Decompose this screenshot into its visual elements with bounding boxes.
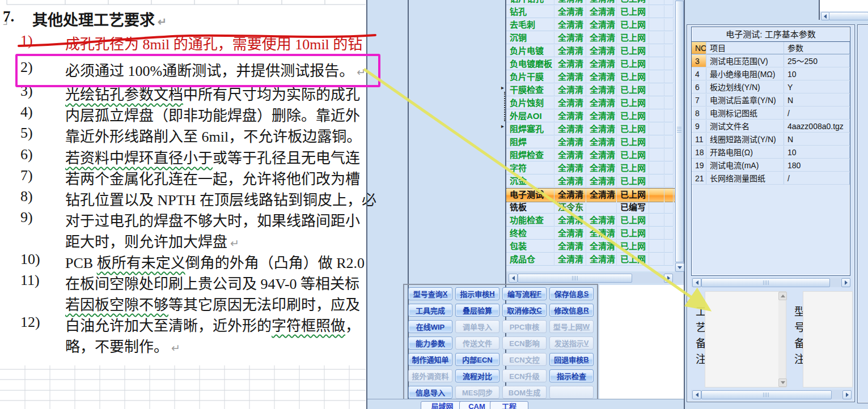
scrollbar-thumb[interactable] [518, 274, 632, 283]
button-保存信息[interactable]: 保存信息S [549, 287, 594, 300]
process-step-row[interactable]: 终检全清清全清清已上网 [506, 227, 675, 240]
parameter-row[interactable]: 6板边划线(Y/N)Y [692, 81, 850, 94]
upper-horizontal-scrollbar[interactable] [820, 11, 868, 20]
parameter-row[interactable]: 11线圈短路测试(Y/N)N [692, 133, 850, 146]
scrollbar-thumb[interactable] [675, 1, 684, 262]
tab-局域网[interactable]: 局域网 [421, 401, 464, 409]
parameter-header-cell: 参数 [784, 42, 850, 54]
scroll-up-button[interactable] [778, 292, 787, 300]
button-取消修改[interactable]: 取消修改C [502, 304, 547, 317]
button-型号查询[interactable]: 型号查询X [408, 287, 452, 300]
tab-CAM[interactable]: CAM [459, 401, 494, 409]
process-step-cell: 全清清 [586, 97, 617, 109]
process-step-cell [649, 227, 664, 240]
process-step-row[interactable]: 铝片钻孔全清清全清清已上网 [506, 0, 675, 6]
process-step-cell: 全清清 [554, 45, 586, 57]
process-step-row[interactable]: 负电镀磨板全清清全清清已上网 [506, 58, 675, 71]
upper-panel-corner [820, 0, 868, 11]
remarks-horizontal-scrollbar[interactable] [691, 390, 852, 399]
parameter-row[interactable]: 4最小绝缘电阻(MΩ)10 [692, 68, 850, 81]
scroll-down-button[interactable] [778, 378, 787, 387]
parameter-row[interactable]: 3测试电压范围(V)25～250 [692, 55, 850, 68]
button-能力参数[interactable]: 能力参数 [408, 336, 452, 350]
parameter-row[interactable]: 7电测试后盖章(Y/N)N [692, 94, 850, 107]
process-step-row[interactable]: 负片干膜全清清全清清已上网 [506, 71, 675, 84]
scroll-left-button[interactable] [692, 390, 701, 399]
process-step-row[interactable]: 字符全清清全清清已上网 [506, 162, 675, 175]
process-vertical-scrollbar[interactable] [675, 0, 684, 272]
parameter-item: 板边划线(Y/N) [706, 81, 784, 93]
scroll-right-button[interactable] [842, 390, 852, 399]
button-工具完成[interactable]: 工具完成 [408, 304, 452, 317]
scroll-left-button[interactable] [821, 12, 829, 20]
scrollbar-thumb[interactable] [701, 278, 830, 287]
process-step-cell [649, 253, 664, 266]
button-内部ECN[interactable]: 内部ECN [455, 353, 499, 366]
process-step-row[interactable]: 外层AOI全清清全清清已上网 [506, 110, 675, 123]
parameter-no: 7 [692, 94, 706, 106]
doc-item-text: 若两个金属化孔连在一起，允许将他们改为槽 [65, 167, 360, 188]
button-修改信息[interactable]: 修改信息R [549, 304, 594, 317]
process-step-cell [649, 149, 664, 161]
button-流程对比[interactable]: 流程对比 [455, 369, 499, 382]
process-step-row[interactable]: 干膜检查全清清全清清已上网 [506, 84, 675, 97]
model-remark-textarea[interactable] [803, 291, 853, 387]
parameter-row[interactable]: 18开路电阻(Ω)10 [692, 146, 850, 159]
process-remark-textarea[interactable] [705, 291, 786, 387]
button-制作通知单[interactable]: 制作通知单 [408, 353, 452, 366]
process-step-row[interactable]: 包装全清清全清清已上网 [506, 240, 675, 253]
scrollbar-thumb[interactable] [701, 390, 832, 399]
button-指示检查[interactable]: 指示检查 [549, 369, 594, 382]
process-step-row[interactable]: 阻焊全清清全清清已上网 [506, 136, 675, 149]
scroll-left-button[interactable] [692, 278, 701, 287]
button-叠层验算[interactable]: 叠层验算 [455, 304, 499, 317]
parameter-horizontal-scrollbar[interactable] [691, 278, 850, 287]
button-编写流程[interactable]: 编写流程F [502, 287, 547, 300]
button-信息导入[interactable]: 信息导入 [408, 386, 452, 399]
splitter-arrow-icon[interactable]: ▸ [501, 123, 504, 129]
parameter-row[interactable]: 8电测标记图纸/ [692, 107, 850, 120]
process-step-cell [664, 136, 674, 148]
parameter-no: 3 [692, 55, 706, 67]
button-在线WIP[interactable]: 在线WIP [408, 320, 452, 333]
process-step-row[interactable]: 去毛刺全清清全清清已上网 [506, 19, 675, 32]
button-回退审核[interactable]: 回退审核B [549, 353, 594, 366]
scroll-right-button[interactable] [841, 278, 850, 287]
button-指示审核[interactable]: 指示审核H [455, 287, 499, 300]
doc-heading: 7. 其他处理工艺要求↵ [0, 8, 374, 28]
process-horizontal-scrollbar[interactable] [506, 272, 684, 283]
process-step-row[interactable]: 功能检查全清清全清清已上网 [506, 214, 675, 227]
scroll-right-button[interactable] [664, 274, 673, 283]
process-step-row[interactable]: 沉铜全清清全清清已上网 [506, 32, 675, 45]
process-step-row[interactable]: 阻焊检查全清清全清清已上网 [506, 149, 675, 162]
scrollbar-thumb[interactable] [829, 12, 868, 20]
process-step-row[interactable]: 负片蚀刻全清清全清清已上网 [506, 97, 675, 110]
doc-list-item: 若因板空隙不够等其它原因无法印刷时，应及 [0, 293, 374, 313]
doc-item-number: 9) [20, 209, 33, 226]
parameter-item: 电测试后盖章(Y/N) [706, 94, 784, 106]
doc-item-text: 若因板空隙不够等其它原因无法印刷时，应及 [65, 293, 360, 314]
process-step-row[interactable]: 负片电镀全清清全清清已上网 [506, 45, 675, 58]
memo-vertical-scrollbar[interactable] [778, 292, 786, 387]
process-step-row[interactable]: 阻焊塞孔全清清全清清已上网 [506, 123, 675, 136]
parameter-row[interactable]: 9测试文件名4aazz008a0.tgz [692, 120, 850, 133]
tab-工程[interactable]: 工程 [490, 401, 528, 409]
process-step-cell: 全清清 [586, 253, 617, 266]
process-step-cell [649, 0, 664, 5]
process-step-cell [649, 162, 664, 174]
scroll-down-button[interactable] [675, 263, 684, 272]
process-step-row[interactable]: 成品仓全清清全清清已上网 [506, 253, 675, 266]
process-step-row[interactable]: 钻孔全清清全清清已上网 [506, 6, 675, 19]
doc-list-item: 8)钻孔位置以及 NPTH 在顶层线路钻到铜皮上，必 [0, 188, 374, 208]
splitter-arrow-icon[interactable]: ▸ [501, 85, 504, 91]
process-step-cell: 全清清 [554, 32, 586, 44]
process-step-row[interactable]: 电子测试全清清全清清已上网 [506, 188, 675, 202]
scroll-left-button[interactable] [509, 274, 518, 283]
parameter-row[interactable]: 19测试电流(mA)180 [692, 159, 850, 172]
splitter-handle[interactable] [504, 92, 505, 121]
doc-item-number: 10) [20, 251, 40, 268]
parameter-row[interactable]: 21长网络测量图纸/ [692, 172, 850, 185]
process-step-row[interactable]: 沉金全清清全清清已上网 [506, 175, 675, 188]
process-step-row[interactable]: 铣板汪令东已编写 [506, 201, 675, 214]
process-step-cell: 全清清 [586, 162, 617, 174]
